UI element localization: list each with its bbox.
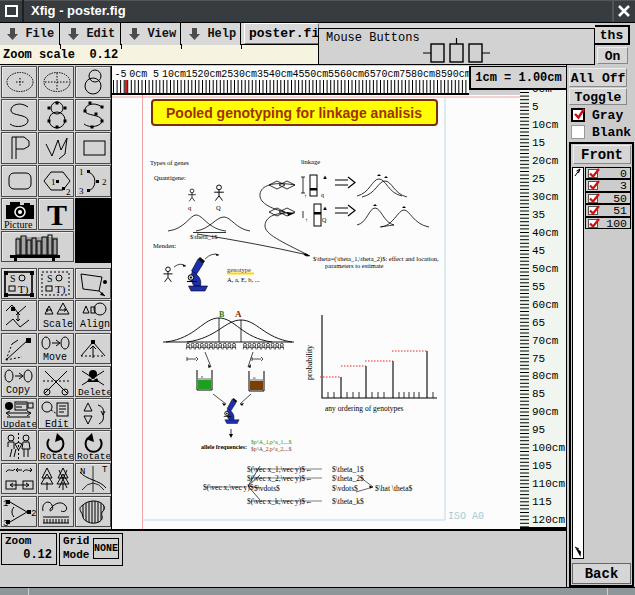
- svg-text:T): T): [55, 283, 66, 296]
- svg-text:35: 35: [532, 209, 545, 221]
- svg-text:100cm: 100cm: [532, 442, 565, 454]
- svg-text:Delete: Delete: [78, 387, 110, 397]
- svg-text:$\theta_1$: $\theta_1$: [332, 465, 364, 474]
- svg-text:$(\vec x_k,\vec y)$←: $(\vec x_k,\vec y)$←: [247, 497, 313, 506]
- svg-text:80cm: 80cm: [532, 370, 559, 382]
- svg-text:$p^A_1,p^a_1,...$: $p^A_1,p^a_1,...$: [251, 439, 292, 445]
- svg-text:$\vdots$: $\vdots$: [254, 484, 280, 493]
- svg-text:50cm: 50cm: [304, 69, 328, 80]
- svg-text:allele frequencies:: allele frequencies:: [201, 444, 247, 450]
- svg-text:▲: ▲: [322, 205, 328, 211]
- svg-text:ISO A0: ISO A0: [448, 511, 484, 522]
- svg-text:Move: Move: [43, 352, 67, 363]
- svg-text:T): T): [18, 283, 29, 296]
- svg-text:$\theta_k$: $\theta_k$: [332, 497, 364, 506]
- svg-text:1: 1: [3, 499, 8, 509]
- svg-text:35: 35: [257, 69, 269, 80]
- svg-text:120cm: 120cm: [532, 514, 565, 526]
- svg-text:Q: Q: [322, 217, 327, 223]
- svg-text:any ordering of genotypes: any ordering of genotypes: [325, 404, 404, 413]
- svg-text:genotype: genotype: [227, 266, 251, 273]
- svg-text:70cm: 70cm: [532, 335, 559, 347]
- svg-text:q: q: [321, 192, 324, 198]
- svg-text:15: 15: [532, 137, 545, 149]
- svg-text:q: q: [188, 204, 192, 211]
- svg-text:$\hat \theta$: $\hat \theta$: [375, 484, 413, 493]
- svg-text:Rotate: Rotate: [40, 451, 73, 461]
- svg-text:$(\vec x,\vec y)$: $(\vec x,\vec y)$: [203, 483, 254, 492]
- svg-text:c: c: [201, 374, 204, 379]
- svg-text:parameters to estimate: parameters to estimate: [325, 262, 384, 269]
- svg-text:30cm: 30cm: [532, 191, 559, 203]
- svg-text:linkage: linkage: [301, 158, 320, 165]
- svg-text:↑: ↑: [304, 193, 307, 199]
- svg-text:S: S: [10, 273, 16, 284]
- svg-text:45: 45: [292, 69, 304, 80]
- svg-text:3: 3: [79, 186, 84, 196]
- svg-text:1: 1: [79, 167, 84, 177]
- svg-text:40cm: 40cm: [532, 227, 559, 239]
- svg-text:15: 15: [186, 69, 198, 80]
- svg-text:2: 2: [31, 509, 36, 519]
- svg-text:65: 65: [532, 317, 545, 329]
- svg-text:N: N: [80, 467, 85, 477]
- svg-text:60cm: 60cm: [340, 69, 364, 80]
- svg-text:Types of genes: Types of genes: [150, 159, 189, 166]
- svg-text:20cm: 20cm: [197, 69, 221, 80]
- svg-text:▲: ▲: [322, 174, 328, 180]
- svg-text:10cm: 10cm: [532, 119, 559, 131]
- svg-text:60cm: 60cm: [532, 299, 559, 311]
- svg-text:Rotate: Rotate: [77, 451, 110, 461]
- svg-text:25: 25: [532, 173, 545, 185]
- svg-text:T: T: [102, 465, 108, 475]
- svg-text:70cm: 70cm: [375, 69, 399, 80]
- svg-text:65: 65: [364, 69, 376, 80]
- svg-text:Scale: Scale: [43, 319, 73, 330]
- svg-text:Picture: Picture: [4, 219, 33, 230]
- svg-text:90cm: 90cm: [532, 406, 559, 418]
- svg-text:1: 1: [51, 177, 56, 187]
- svg-text:30cm: 30cm: [233, 69, 257, 80]
- svg-text:75: 75: [532, 353, 545, 365]
- svg-text:A: A: [235, 309, 242, 319]
- svg-text:105: 105: [532, 460, 552, 472]
- svg-text:80cm: 80cm: [411, 69, 435, 80]
- svg-text:85: 85: [435, 69, 447, 80]
- svg-text:25: 25: [221, 69, 233, 80]
- svg-text:S: S: [47, 273, 53, 284]
- svg-text:2: 2: [66, 187, 71, 197]
- svg-text:40cm: 40cm: [269, 69, 293, 80]
- svg-text:$\vdots$: $\vdots$: [332, 484, 358, 493]
- svg-text:85: 85: [532, 388, 545, 400]
- svg-text:55: 55: [328, 69, 340, 80]
- svg-text:50cm: 50cm: [532, 263, 559, 275]
- svg-text:5: 5: [532, 101, 539, 113]
- svg-text:3: 3: [3, 519, 8, 527]
- svg-text:95: 95: [532, 424, 545, 436]
- svg-text:Pooled genotyping for linkage: Pooled genotyping for linkage analisis: [166, 105, 422, 121]
- svg-text:2: 2: [102, 177, 107, 187]
- svg-text:110cm: 110cm: [532, 478, 565, 490]
- svg-text:A, a, E, b, ...: A, a, E, b, ...: [227, 276, 260, 283]
- svg-text:Align: Align: [80, 319, 110, 330]
- svg-text:0cm: 0cm: [532, 90, 552, 95]
- svg-text:$(\vec x_2,\vec y)$←: $(\vec x_2,\vec y)$←: [247, 474, 313, 483]
- svg-text:0cm: 0cm: [129, 69, 147, 80]
- svg-text:T: T: [47, 198, 67, 230]
- svg-text:Edit: Edit: [45, 419, 69, 429]
- svg-text:5: 5: [153, 69, 159, 80]
- svg-text:90cm: 90cm: [447, 69, 469, 80]
- svg-text:75: 75: [399, 69, 411, 80]
- svg-text:$\theta_2$: $\theta_2$: [332, 474, 364, 483]
- svg-text:Quantigene:: Quantigene:: [154, 174, 186, 181]
- svg-text:55: 55: [532, 281, 545, 293]
- svg-text:115: 115: [532, 496, 552, 508]
- svg-text:10cm: 10cm: [162, 69, 186, 80]
- svg-text:Update: Update: [3, 419, 36, 429]
- svg-text:probability: probability: [305, 345, 314, 380]
- svg-text:$(\vec x_1,\vec y)$←: $(\vec x_1,\vec y)$←: [247, 465, 313, 474]
- svg-text:↑: ↑: [305, 217, 308, 223]
- svg-text:Menden:: Menden:: [153, 242, 176, 249]
- svg-text:$p^A_2,p^a_2,...$: $p^A_2,p^a_2,...$: [251, 446, 292, 452]
- svg-text:20cm: 20cm: [532, 155, 559, 167]
